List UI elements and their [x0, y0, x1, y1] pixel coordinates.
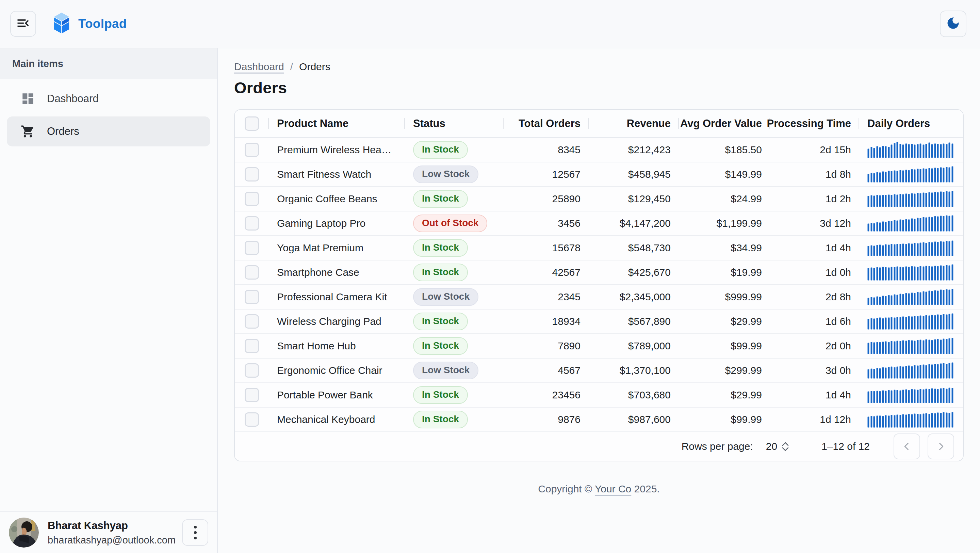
avg-order-value-cell: $29.99 [679, 316, 770, 327]
column-header-product-name[interactable]: Product Name [269, 110, 405, 137]
avg-order-value-cell: $999.99 [679, 291, 770, 303]
daily-orders-sparkline [859, 411, 963, 428]
daily-orders-sparkline [859, 191, 963, 207]
row-checkbox[interactable] [245, 216, 259, 231]
user-menu-button[interactable] [182, 519, 208, 546]
toolpad-logo-icon [52, 13, 71, 35]
sidebar-collapse-button[interactable] [10, 11, 36, 37]
processing-time-cell: 1d 4h [770, 242, 859, 254]
total-orders-cell: 42567 [504, 267, 589, 278]
total-orders-cell: 9876 [504, 414, 589, 425]
column-header-total-orders[interactable]: Total Orders [504, 110, 589, 137]
page-title: Orders [234, 78, 964, 97]
table-row[interactable]: Ergonomic Office ChairLow Stock4567$1,37… [235, 359, 963, 383]
next-page-button[interactable] [928, 433, 954, 459]
table-row[interactable]: Professional Camera KitLow Stock2345$2,3… [235, 285, 963, 309]
row-checkbox[interactable] [245, 412, 259, 427]
revenue-cell: $4,147,200 [589, 218, 679, 229]
revenue-cell: $548,730 [589, 242, 679, 254]
product-name-cell: Yoga Mat Premium [269, 242, 405, 254]
column-header-revenue[interactable]: Revenue [589, 110, 679, 137]
status-cell: In Stock [405, 264, 504, 281]
processing-time-cell: 1d 4h [770, 389, 859, 401]
rows-per-page-stepper[interactable] [782, 442, 789, 451]
status-badge: In Stock [413, 141, 468, 159]
status-badge: In Stock [413, 239, 468, 257]
breadcrumb-dashboard-link[interactable]: Dashboard [234, 61, 284, 73]
row-checkbox-cell [235, 412, 269, 427]
kebab-menu-icon [194, 526, 197, 539]
user-account-section: Bharat Kashyap bharatkashyap@outlook.com [0, 512, 217, 553]
row-checkbox[interactable] [245, 363, 259, 378]
avg-order-value-cell: $299.99 [679, 365, 770, 376]
copyright-prefix: Copyright © [538, 483, 595, 494]
app-logo[interactable]: Toolpad [52, 13, 127, 35]
rows-per-page-value[interactable]: 20 [766, 441, 777, 452]
total-orders-cell: 2345 [504, 291, 589, 303]
sidebar-item-dashboard[interactable]: Dashboard [7, 84, 210, 114]
row-checkbox[interactable] [245, 192, 259, 206]
avg-order-value-cell: $1,199.99 [679, 218, 770, 229]
table-header-row: Product Name Status Total Orders Revenue… [235, 110, 963, 138]
table-row[interactable]: Wireless Charging PadIn Stock18934$567,8… [235, 309, 963, 334]
column-header-status[interactable]: Status [405, 110, 504, 137]
total-orders-cell: 3456 [504, 218, 589, 229]
table-row[interactable]: Smart Fitness WatchLow Stock12567$458,94… [235, 163, 963, 187]
daily-orders-sparkline [859, 387, 963, 403]
total-orders-cell: 23456 [504, 389, 589, 401]
shopping-cart-icon [21, 124, 35, 139]
table-row[interactable]: Premium Wireless Headp…In Stock8345$212,… [235, 138, 963, 163]
status-cell: In Stock [405, 141, 504, 159]
status-badge: Out of Stock [413, 215, 487, 232]
table-row[interactable]: Organic Coffee BeansIn Stock25890$129,45… [235, 187, 963, 212]
column-header-processing-time[interactable]: Processing Time [770, 110, 859, 137]
user-avatar[interactable] [9, 518, 39, 548]
revenue-cell: $2,345,000 [589, 291, 679, 303]
table-row[interactable]: Gaming Laptop ProOut of Stock3456$4,147,… [235, 212, 963, 236]
dark-mode-moon-icon [946, 16, 961, 32]
daily-orders-sparkline [859, 215, 963, 231]
sidebar: Main items Dashboard Orders [0, 48, 218, 553]
row-checkbox-cell [235, 143, 269, 157]
table-row[interactable]: Portable Power BankIn Stock23456$703,680… [235, 383, 963, 408]
sidebar-item-label: Orders [47, 125, 79, 137]
table-row[interactable]: Yoga Mat PremiumIn Stock15678$548,730$34… [235, 236, 963, 260]
table-row[interactable]: Smart Home HubIn Stock7890$789,000$99.99… [235, 334, 963, 359]
sidebar-item-orders[interactable]: Orders [7, 116, 210, 147]
row-checkbox[interactable] [245, 167, 259, 182]
row-checkbox[interactable] [245, 339, 259, 353]
theme-toggle-button[interactable] [940, 11, 966, 37]
row-checkbox[interactable] [245, 314, 259, 328]
previous-page-button[interactable] [894, 433, 920, 459]
row-checkbox-cell [235, 167, 269, 182]
status-cell: Low Stock [405, 288, 504, 306]
revenue-cell: $458,945 [589, 169, 679, 180]
table-pagination: Rows per page: 20 1–12 of 12 [235, 432, 963, 461]
company-link[interactable]: Your Co [595, 483, 631, 494]
select-all-cell [235, 110, 269, 137]
processing-time-cell: 3d 0h [770, 365, 859, 376]
row-checkbox[interactable] [245, 290, 259, 304]
product-name-cell: Organic Coffee Beans [269, 193, 405, 205]
row-checkbox[interactable] [245, 143, 259, 157]
table-row[interactable]: Smartphone CaseIn Stock42567$425,670$19.… [235, 260, 963, 285]
status-badge: In Stock [413, 411, 468, 429]
daily-orders-sparkline [859, 289, 963, 305]
chevron-up-icon [782, 442, 789, 446]
select-all-checkbox[interactable] [245, 116, 259, 131]
product-name-cell: Professional Camera Kit [269, 291, 405, 303]
user-email: bharatkashyap@outlook.com [48, 535, 173, 546]
chevron-right-icon [936, 441, 946, 451]
row-checkbox[interactable] [245, 241, 259, 255]
row-checkbox[interactable] [245, 388, 259, 402]
status-badge: In Stock [413, 190, 468, 208]
column-header-avg-order-value[interactable]: Avg Order Value [679, 110, 770, 137]
status-badge: In Stock [413, 312, 468, 330]
status-badge: In Stock [413, 264, 468, 281]
breadcrumb: Dashboard / Orders [234, 60, 964, 73]
row-checkbox[interactable] [245, 265, 259, 280]
table-row[interactable]: Mechanical KeyboardIn Stock9876$987,600$… [235, 408, 963, 432]
avg-order-value-cell: $24.99 [679, 193, 770, 205]
total-orders-cell: 25890 [504, 193, 589, 205]
column-header-daily-orders[interactable]: Daily Orders [859, 110, 963, 137]
